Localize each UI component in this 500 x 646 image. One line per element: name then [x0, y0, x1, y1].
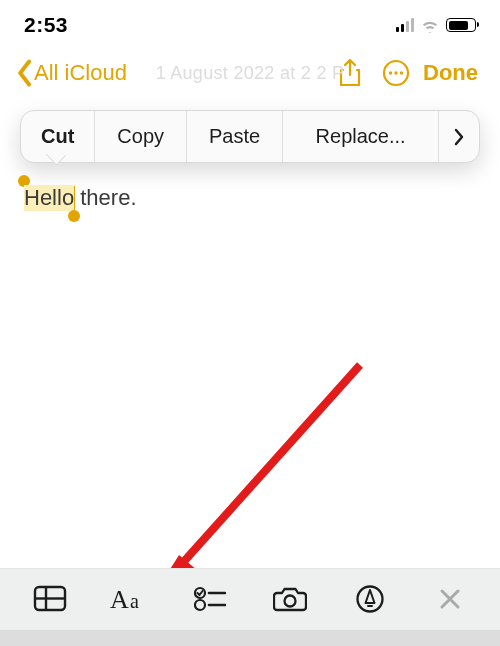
svg-text:A: A: [110, 585, 129, 613]
paste-button[interactable]: Paste: [187, 111, 283, 162]
battery-icon: [446, 18, 476, 32]
share-button[interactable]: [327, 58, 373, 88]
status-bar: 2:53: [0, 0, 500, 44]
status-indicators: [396, 18, 476, 32]
bottom-strip: [0, 630, 500, 646]
chevron-left-icon: [16, 59, 32, 87]
keyboard-toolbar: A a: [0, 568, 500, 630]
chevron-right-icon: [453, 127, 465, 147]
markup-icon: [355, 584, 385, 614]
cellular-icon: [396, 18, 414, 32]
table-icon: [33, 585, 67, 612]
ellipsis-circle-icon: [381, 58, 411, 88]
close-icon: [438, 587, 462, 611]
svg-text:a: a: [130, 590, 139, 612]
edit-menu-popover: Cut Copy Paste Replace...: [0, 110, 500, 163]
text-format-button[interactable]: A a: [104, 576, 156, 622]
svg-point-2: [394, 71, 397, 74]
status-time: 2:53: [24, 13, 68, 37]
note-text-rest[interactable]: there.: [74, 185, 136, 210]
replace-button[interactable]: Replace...: [283, 111, 439, 162]
navigation-bar: 1 August 2022 at 2 2 P All iCloud Done: [0, 44, 500, 102]
done-button[interactable]: Done: [419, 60, 484, 86]
more-button[interactable]: [373, 58, 419, 88]
dismiss-keyboard-button[interactable]: [424, 576, 476, 622]
table-button[interactable]: [24, 576, 76, 622]
svg-point-14: [285, 596, 296, 607]
menu-more-button[interactable]: [439, 111, 479, 162]
wifi-icon: [420, 18, 440, 32]
selection-handle-end[interactable]: [68, 210, 80, 222]
text-format-icon: A a: [110, 585, 150, 613]
svg-point-1: [389, 71, 392, 74]
note-editor[interactable]: Hello there.: [0, 163, 500, 234]
checklist-icon: [194, 586, 226, 612]
annotation-arrow: [145, 355, 375, 595]
back-button[interactable]: All iCloud: [16, 59, 127, 87]
back-label: All iCloud: [34, 60, 127, 86]
camera-icon: [273, 585, 307, 612]
share-icon: [337, 58, 363, 88]
camera-button[interactable]: [264, 576, 316, 622]
markup-button[interactable]: [344, 576, 396, 622]
svg-point-3: [400, 71, 403, 74]
checklist-button[interactable]: [184, 576, 236, 622]
svg-point-12: [195, 600, 205, 610]
svg-line-4: [170, 365, 360, 577]
copy-button[interactable]: Copy: [95, 111, 187, 162]
selected-text[interactable]: Hello: [24, 185, 74, 211]
